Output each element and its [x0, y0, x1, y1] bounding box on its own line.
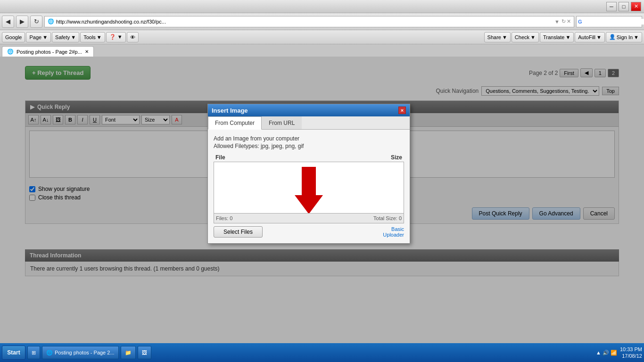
- toolbar-translate[interactable]: Translate ▼: [540, 32, 574, 42]
- taskbar-right: ▲ 🔊 📶 10:33 PM 17/08/12: [596, 346, 642, 360]
- active-tab[interactable]: 🌐 Posting photos - Page 2#p... ✕: [2, 46, 94, 57]
- taskbar: Start ⊞ 🌐 Posting photos - Page 2... 📁 🖼…: [0, 343, 644, 362]
- forward-button[interactable]: ▶: [16, 16, 28, 28]
- file-list-header: File Size: [214, 153, 404, 162]
- taskbar-explorer-item[interactable]: 📁: [121, 346, 136, 359]
- dialog-desc-line1: Add an Image from your computer: [214, 135, 404, 142]
- toolbar-signin[interactable]: 👤 Sign In ▼: [606, 32, 642, 42]
- translate-label: Translate: [543, 34, 564, 40]
- refresh-button[interactable]: ↻: [30, 16, 42, 28]
- toolbar-autofill[interactable]: AutoFill ▼: [575, 32, 605, 42]
- dialog-body: Add an Image from your computer Allowed …: [208, 130, 410, 243]
- tab-close-icon[interactable]: ✕: [85, 49, 89, 54]
- arrow-head: [295, 195, 323, 214]
- address-go-icon: ▼: [554, 19, 560, 25]
- address-input[interactable]: [56, 19, 554, 25]
- search-input[interactable]: [584, 19, 644, 25]
- safety-label: Safety: [55, 34, 70, 40]
- tab-from-url[interactable]: From URL: [262, 116, 302, 129]
- taskbar-img-item[interactable]: 🖼: [138, 346, 151, 359]
- minimize-button[interactable]: ─: [606, 2, 617, 11]
- start-button[interactable]: Start: [2, 346, 25, 360]
- total-size: Total Size: 0: [373, 215, 402, 221]
- share-label: Share: [487, 34, 501, 40]
- red-arrow-icon: [295, 167, 323, 214]
- files-count: Files: 0: [216, 215, 232, 221]
- title-bar: ─ □ ✕: [0, 0, 644, 13]
- toolbar-eye[interactable]: 👁: [127, 32, 139, 42]
- nav-bar: ◀ ▶ ↻ 🌐 ▼ ↻ ✕ G Search: [0, 13, 644, 30]
- ie-icon: 🌐: [46, 350, 53, 356]
- google-label: Google: [5, 34, 22, 40]
- tab-label: Posting photos - Page 2#p...: [17, 49, 82, 55]
- file-list-footer: Files: 0 Total Size: 0: [214, 214, 404, 223]
- toolbar-tools[interactable]: Tools ▼: [80, 32, 105, 42]
- search-bar[interactable]: G Search: [576, 16, 642, 27]
- close-button[interactable]: ✕: [631, 2, 641, 11]
- basic-uploader-link[interactable]: BasicUploader: [383, 226, 404, 238]
- title-bar-buttons[interactable]: ─ □ ✕: [606, 2, 641, 11]
- taskbar-clock: 10:33 PM 17/08/12: [620, 346, 642, 360]
- refresh-icon[interactable]: ↻: [561, 18, 566, 25]
- dialog-close-button[interactable]: ×: [398, 107, 406, 114]
- ie-tab-label: Posting photos - Page 2...: [55, 350, 115, 355]
- address-icon: 🌐: [48, 18, 54, 25]
- address-bar[interactable]: 🌐 ▼ ↻ ✕: [44, 16, 574, 27]
- taskbar-ie-item[interactable]: 🌐 Posting photos - Page 2...: [42, 346, 119, 359]
- folder-icon: 📁: [125, 350, 132, 356]
- dialog-titlebar: Insert Image ×: [208, 104, 410, 116]
- check-label: Check: [515, 34, 529, 40]
- dialog-title: Insert Image: [212, 107, 248, 114]
- tab-icon: 🌐: [7, 49, 14, 55]
- tab-from-computer[interactable]: From Computer: [208, 116, 262, 130]
- clock-time: 10:33 PM: [620, 346, 642, 353]
- signin-label: Sign In: [617, 34, 633, 40]
- page-label: Page: [29, 34, 41, 40]
- toolbar-page[interactable]: Page ▼: [26, 32, 51, 42]
- toolbar-check[interactable]: Check ▼: [512, 32, 539, 42]
- file-list-area: [214, 162, 404, 214]
- taskbar-windows-icon[interactable]: ⊞: [27, 346, 40, 359]
- select-files-button[interactable]: Select Files: [214, 226, 263, 238]
- image-icon: 🖼: [142, 350, 147, 355]
- toolbar-help[interactable]: ❓ ▼: [106, 32, 126, 42]
- clock-date: 17/08/12: [620, 353, 642, 359]
- dialog-tabs: From Computer From URL: [208, 116, 410, 130]
- autofill-label: AutoFill: [578, 34, 595, 40]
- insert-image-dialog: Insert Image × From Computer From URL Ad…: [207, 104, 410, 244]
- stop-icon[interactable]: ✕: [567, 18, 571, 25]
- file-col-header: File: [215, 154, 225, 161]
- size-col-header: Size: [391, 154, 402, 161]
- toolbar-share[interactable]: Share ▼: [484, 32, 511, 42]
- notification-icons: ▲ 🔊 📶: [596, 350, 617, 356]
- arrow-shaft: [302, 167, 316, 195]
- maximize-button[interactable]: □: [619, 2, 629, 11]
- toolbar-safety[interactable]: Safety ▼: [52, 32, 79, 42]
- back-button[interactable]: ◀: [2, 16, 14, 28]
- toolbar-google[interactable]: Google: [2, 32, 25, 42]
- windows-icon: ⊞: [32, 350, 36, 356]
- page-content: + Reply to Thread Page 2 of 2 First ◀ 1 …: [0, 57, 644, 362]
- dialog-filetypes: Allowed Filetypes: jpg, jpeg, png, gif: [214, 143, 404, 149]
- google-logo: G: [577, 19, 584, 25]
- tab-bar: 🌐 Posting photos - Page 2#p... ✕: [0, 44, 644, 57]
- tools-label: Tools: [83, 34, 96, 40]
- toolbar-bar: Google Page ▼ Safety ▼ Tools ▼ ❓ ▼ 👁 Sha…: [0, 30, 644, 44]
